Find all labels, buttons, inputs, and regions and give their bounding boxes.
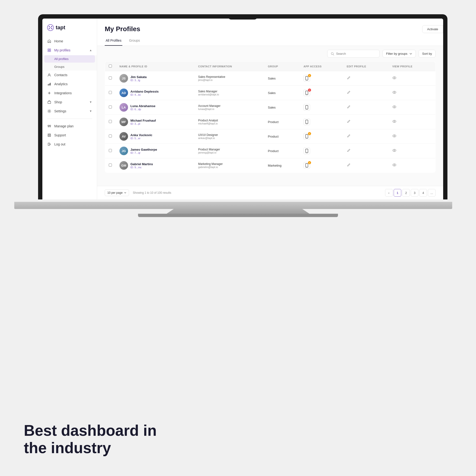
row-name-cell-2: AD Arridano Deplessis ID: 4...bc xyxy=(116,86,194,100)
view-icon-1[interactable] xyxy=(392,76,396,81)
edit-icon-1[interactable] xyxy=(347,76,351,81)
row-checkbox-2[interactable] xyxy=(109,91,112,94)
profile-name-4: Michael Fruehauf xyxy=(130,119,156,122)
row-name-cell-6: JG James Gawthorpe ID: 7...qr xyxy=(116,144,194,158)
row-checkbox-6[interactable] xyxy=(109,149,112,152)
search-icon xyxy=(331,52,334,55)
sidebar-item-groups[interactable]: Groups xyxy=(42,63,97,70)
profile-info-5: AV Anka Vuckovic ID: 5...er xyxy=(119,132,190,141)
svg-point-45 xyxy=(307,152,307,153)
profile-info-2: AD Arridano Deplessis ID: 4...bc xyxy=(119,88,190,97)
edit-icon-2[interactable] xyxy=(347,91,351,95)
profile-id-7: ID: 9...mc xyxy=(130,166,153,169)
row-checkbox-4[interactable] xyxy=(109,120,112,123)
activate-button[interactable]: Activate xyxy=(422,25,443,33)
svg-point-27 xyxy=(394,77,395,79)
logo-area: tapt xyxy=(42,24,97,37)
sidebar-item-support[interactable]: Support xyxy=(42,131,97,140)
laptop-screen: tapt Home xyxy=(42,18,443,200)
view-icon-2[interactable] xyxy=(392,91,396,95)
table-row: AD Arridano Deplessis ID: 4...bc Sales M… xyxy=(105,86,436,100)
edit-icon-7[interactable] xyxy=(347,164,351,168)
search-input[interactable] xyxy=(336,52,374,55)
ellipsis-button[interactable]: ... xyxy=(428,189,436,197)
edit-icon-6[interactable] xyxy=(347,149,351,153)
group-badge-4: Product xyxy=(268,120,279,124)
edit-icon-3[interactable] xyxy=(347,105,351,109)
svg-rect-19 xyxy=(48,127,49,127)
profile-name-5: Anka Vuckovic xyxy=(130,133,152,137)
table-row: MF Michael Fruehauf ID: 3...pl Product A… xyxy=(105,115,436,129)
row-view-cell-7 xyxy=(389,158,435,173)
tabs: All Profiles Groups xyxy=(105,37,436,46)
app-icon-7[interactable]: 1 xyxy=(304,162,310,169)
profile-text-1: Jim Sakata ID: 3...lg xyxy=(130,75,147,82)
app-icon-3[interactable] xyxy=(304,104,310,111)
app-icon-4[interactable] xyxy=(304,119,310,125)
row-checkbox-5[interactable] xyxy=(109,135,112,137)
tagline-section: Best dashboard in the industry xyxy=(24,422,157,457)
sidebar-item-manage-plan[interactable]: Manage plan xyxy=(42,122,97,131)
sidebar-item-contacts[interactable]: Contacts xyxy=(42,70,97,80)
row-checkbox-7[interactable] xyxy=(109,164,112,167)
col-edit: EDIT PROFILE xyxy=(343,62,389,71)
sidebar-item-shop[interactable]: Shop ▼ xyxy=(42,98,97,107)
edit-icon-4[interactable] xyxy=(347,120,351,124)
row-app-access-cell-2: 1 xyxy=(300,86,343,100)
sidebar-item-analytics[interactable]: Analytics xyxy=(42,80,97,88)
page-4-button[interactable]: 4 xyxy=(419,189,427,197)
contact-title-6: Product Manager xyxy=(198,148,260,151)
row-view-cell-4 xyxy=(389,115,435,129)
sidebar-item-support-label: Support xyxy=(54,133,66,137)
phone-icon-5 xyxy=(305,134,308,138)
app-icon-1[interactable]: 1 xyxy=(304,75,310,82)
select-all-checkbox[interactable] xyxy=(109,65,112,68)
filter-label: Filter by groups xyxy=(386,52,408,55)
view-icon-3[interactable] xyxy=(392,105,396,109)
app-icon-6[interactable] xyxy=(304,148,310,154)
profile-name-2: Arridano Deplessis xyxy=(130,90,159,93)
svg-rect-12 xyxy=(49,84,50,85)
per-page-select[interactable]: 10 per page xyxy=(105,189,129,196)
sidebar-item-home[interactable]: Home xyxy=(42,37,97,46)
svg-point-47 xyxy=(394,150,395,151)
sort-label: Sort by xyxy=(422,52,432,55)
sidebar-item-settings[interactable]: Settings ▼ xyxy=(42,107,97,116)
table-container: NAME & PROFILE ID CONTACT INFORMATION GR… xyxy=(97,61,443,186)
page-2-button[interactable]: 2 xyxy=(402,189,410,197)
page-1-button[interactable]: 1 xyxy=(394,189,401,197)
tab-groups[interactable]: Groups xyxy=(128,37,141,46)
analytics-icon xyxy=(47,82,51,86)
sidebar-item-integrations[interactable]: Integrations xyxy=(42,88,97,98)
app-icon-5[interactable]: 1 xyxy=(304,133,310,140)
row-checkbox-3[interactable] xyxy=(109,105,112,108)
app-icon-2[interactable]: 1 xyxy=(304,89,310,96)
view-icon-5[interactable] xyxy=(392,135,396,138)
search-box[interactable] xyxy=(327,50,380,58)
sidebar-item-my-profiles[interactable]: My profiles ▲ xyxy=(42,46,97,55)
sort-by-button[interactable]: Sort by xyxy=(419,50,436,58)
svg-point-39 xyxy=(394,121,395,122)
svg-point-5 xyxy=(50,27,51,28)
prev-page-button[interactable]: ‹ xyxy=(385,189,393,197)
view-icon-6[interactable] xyxy=(392,149,396,153)
filter-by-groups-button[interactable]: Filter by groups xyxy=(382,50,416,58)
phone-icon-3 xyxy=(305,105,308,109)
tab-all-profiles[interactable]: All Profiles xyxy=(105,37,122,46)
sidebar-item-logout[interactable]: Log out xyxy=(42,140,97,149)
svg-rect-6 xyxy=(48,49,49,50)
phone-icon-6 xyxy=(305,149,308,153)
sidebar-item-contacts-label: Contacts xyxy=(54,73,67,77)
app-badge-2: 1 xyxy=(308,88,311,92)
row-edit-cell-6 xyxy=(343,144,389,158)
view-icon-7[interactable] xyxy=(392,164,396,168)
row-checkbox-cell xyxy=(105,158,116,173)
row-contact-cell-7: Marketing Manager gabrielm@tapt.io xyxy=(194,158,264,173)
profile-text-5: Anka Vuckovic ID: 5...er xyxy=(130,133,152,140)
view-icon-4[interactable] xyxy=(392,120,396,124)
row-checkbox-1[interactable] xyxy=(109,76,112,80)
sidebar-item-all-profiles[interactable]: All profiles xyxy=(44,55,95,63)
edit-icon-5[interactable] xyxy=(347,135,351,138)
row-view-cell-2 xyxy=(389,86,435,100)
page-3-button[interactable]: 3 xyxy=(411,189,418,197)
